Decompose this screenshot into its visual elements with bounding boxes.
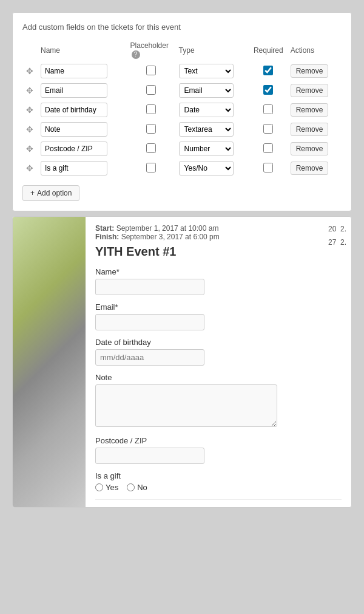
remove-button[interactable]: Remove	[291, 103, 329, 117]
event-dates: Start: September 1, 2017 at 10:00 am Fin…	[95, 224, 342, 241]
required-checkbox[interactable]	[263, 104, 273, 114]
type-cell: TextEmailDateTextareaNumberYes/No	[175, 120, 250, 139]
table-row: ✥TextEmailDateTextareaNumberYes/NoRemove	[22, 81, 342, 100]
placeholder-cell	[127, 120, 175, 139]
required-cell	[250, 81, 287, 100]
field-name-cell	[37, 139, 127, 159]
type-select[interactable]: TextEmailDateTextareaNumberYes/No	[179, 103, 234, 117]
remove-button[interactable]: Remove	[291, 162, 329, 175]
type-select[interactable]: TextEmailDateTextareaNumberYes/No	[179, 122, 234, 137]
field-input-dob[interactable]	[95, 349, 204, 366]
required-checkbox[interactable]	[263, 66, 273, 75]
type-cell: TextEmailDateTextareaNumberYes/No	[175, 159, 250, 178]
calendar-numbers: 20 2. 27 2.	[328, 223, 346, 249]
start-label: Start:	[95, 224, 114, 233]
table-row: ✥TextEmailDateTextareaNumberYes/NoRemove	[22, 120, 342, 139]
gift-yes-radio[interactable]	[95, 483, 103, 491]
form-field-note: Note	[95, 373, 342, 429]
remove-button[interactable]: Remove	[291, 64, 329, 78]
actions-cell: Remove	[287, 100, 342, 120]
field-name-cell	[37, 159, 127, 178]
placeholder-cell	[127, 159, 175, 178]
table-row: ✥TextEmailDateTextareaNumberYes/NoRemove	[22, 159, 342, 178]
placeholder-checkbox[interactable]	[146, 85, 156, 95]
required-cell	[250, 120, 287, 139]
field-input-name[interactable]	[95, 279, 204, 295]
placeholder-checkbox[interactable]	[146, 124, 156, 134]
table-row: ✥TextEmailDateTextareaNumberYes/NoRemove	[22, 139, 342, 159]
col-actions: Actions	[287, 39, 342, 61]
table-row: ✥TextEmailDateTextareaNumberYes/NoRemove	[22, 100, 342, 120]
table-row: ✥TextEmailDateTextareaNumberYes/NoRemove	[22, 61, 342, 81]
add-option-button[interactable]: + Add option	[22, 185, 79, 201]
field-input-postcode[interactable]	[95, 448, 204, 464]
remove-button[interactable]: Remove	[291, 123, 329, 136]
field-label-gift: Is a gift	[95, 471, 342, 480]
field-name-input[interactable]	[41, 64, 107, 78]
drag-handle[interactable]: ✥	[22, 139, 37, 159]
top-panel: Add custom fields on the tickets for thi…	[12, 12, 352, 211]
required-cell	[250, 159, 287, 178]
actions-cell: Remove	[287, 81, 342, 100]
type-select[interactable]: TextEmailDateTextareaNumberYes/No	[179, 142, 234, 156]
placeholder-cell	[127, 81, 175, 100]
page-wrapper: Add custom fields on the tickets for thi…	[12, 12, 352, 508]
form-field-gift: Is a gift Yes No	[95, 471, 342, 492]
col-type: Type	[175, 39, 250, 61]
field-textarea-note[interactable]	[95, 384, 277, 427]
drag-handle[interactable]: ✥	[22, 81, 37, 100]
field-name-input[interactable]	[41, 83, 107, 98]
finish-label: Finish:	[95, 233, 119, 241]
gift-no-radio[interactable]	[127, 483, 135, 491]
remove-button[interactable]: Remove	[291, 84, 329, 97]
event-title: YITH Event #1	[95, 245, 342, 259]
placeholder-cell	[127, 100, 175, 120]
form-field-dob: Date of birthday	[95, 338, 342, 366]
type-select[interactable]: TextEmailDateTextareaNumberYes/No	[179, 161, 234, 176]
col-name: Name	[37, 39, 127, 61]
drag-handle[interactable]: ✥	[22, 61, 37, 81]
placeholder-cell	[127, 61, 175, 81]
drag-handle[interactable]: ✥	[22, 159, 37, 178]
col-drag	[22, 39, 37, 61]
placeholder-cell	[127, 139, 175, 159]
field-name-cell	[37, 81, 127, 100]
drag-handle[interactable]: ✥	[22, 100, 37, 120]
event-content: 20 2. 27 2. Start: September 1, 2017 at …	[86, 217, 351, 507]
form-field-name: Name*	[95, 267, 342, 295]
field-label-postcode: Postcode / ZIP	[95, 436, 342, 445]
type-cell: TextEmailDateTextareaNumberYes/No	[175, 81, 250, 100]
fields-table: Name Placeholder ? Type Required Actions…	[22, 39, 342, 178]
gift-yes-text: Yes	[106, 483, 118, 492]
field-name-input[interactable]	[41, 122, 107, 137]
field-name-input[interactable]	[41, 103, 107, 117]
drag-handle[interactable]: ✥	[22, 120, 37, 139]
type-select[interactable]: TextEmailDateTextareaNumberYes/No	[179, 83, 234, 98]
col-placeholder: Placeholder ?	[127, 39, 175, 61]
start-value: September 1, 2017 at 10:00 am	[116, 224, 219, 233]
field-label-name: Name*	[95, 267, 342, 276]
placeholder-checkbox[interactable]	[146, 163, 156, 172]
type-select[interactable]: TextEmailDateTextareaNumberYes/No	[179, 64, 234, 78]
finish-value: September 3, 2017 at 6:00 pm	[121, 233, 220, 241]
remove-button[interactable]: Remove	[291, 142, 329, 155]
add-option-label: Add option	[37, 189, 72, 197]
required-checkbox[interactable]	[263, 163, 273, 172]
gift-no-label: No	[127, 483, 147, 492]
required-cell	[250, 100, 287, 120]
field-name-input[interactable]	[41, 161, 107, 176]
field-input-email[interactable]	[95, 314, 204, 330]
type-cell: TextEmailDateTextareaNumberYes/No	[175, 100, 250, 120]
placeholder-checkbox[interactable]	[146, 143, 156, 153]
actions-cell: Remove	[287, 159, 342, 178]
placeholder-checkbox[interactable]	[146, 104, 156, 114]
field-name-cell	[37, 61, 127, 81]
field-label-email: Email*	[95, 302, 342, 312]
required-checkbox[interactable]	[263, 85, 273, 95]
field-label-note: Note	[95, 373, 342, 382]
field-name-input[interactable]	[41, 142, 107, 156]
placeholder-checkbox[interactable]	[146, 66, 156, 75]
required-checkbox[interactable]	[263, 143, 273, 153]
required-checkbox[interactable]	[263, 124, 273, 134]
type-cell: TextEmailDateTextareaNumberYes/No	[175, 61, 250, 81]
